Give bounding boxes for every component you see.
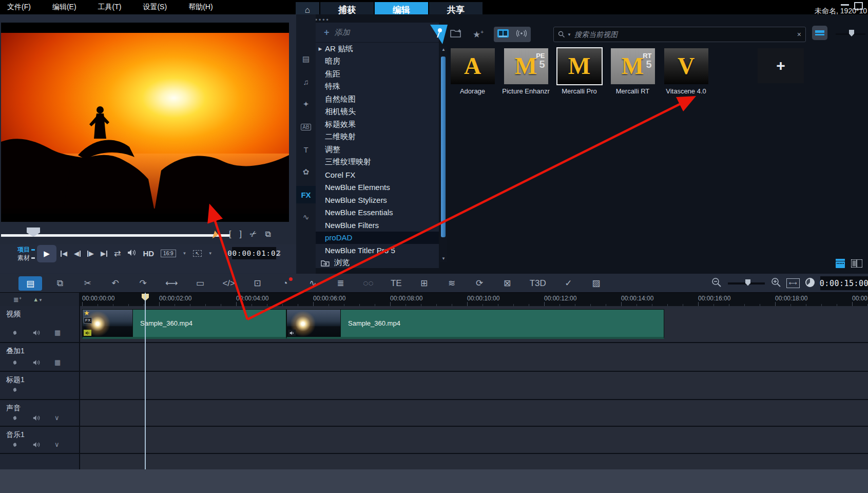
effect-thumbnail[interactable]: V [664,48,708,84]
track-header-title1[interactable]: 标题1 [0,372,80,385]
preview-timecode[interactable]: 00:00:01:02 [232,247,276,259]
effect-thumbnail[interactable]: M PE5 [504,48,548,84]
aspect-ratio-select[interactable]: 16:9 [161,250,176,257]
next-frame-button[interactable]: ▶ [87,250,94,257]
mosaic-button[interactable]: ▨ [591,278,602,289]
add-favorite-button[interactable]: ★+ [473,29,484,40]
zoom-out-icon[interactable] [711,277,722,290]
effect-item[interactable]: M Mercalli Pro [555,48,604,95]
scroll-down-icon[interactable]: ▼ [440,256,447,261]
timecode-stepper[interactable]: ▲▼ [278,247,281,259]
effect-item[interactable]: M PE5 Picture Enhanzr [501,48,550,95]
effect-thumbnail[interactable]: A [451,48,495,84]
timeline-zoom-slider[interactable] [728,282,765,285]
blend-button[interactable]: ◌◌ [363,278,374,289]
link-icon[interactable] [11,441,18,448]
tracker-button[interactable]: ⊠ [502,278,513,289]
track-transparency-icon[interactable]: ▦ [54,329,61,336]
cursor-tracking-button[interactable]: ↖ [193,250,201,257]
timeline-zoom-handle[interactable] [745,279,750,286]
library-panel-toggle[interactable] [833,259,845,270]
view-mode-button[interactable] [812,26,827,40]
mark-in-button[interactable]: [ [229,230,231,239]
category-item[interactable]: Corel FX [316,168,439,181]
category-item[interactable]: NewBlue Stylizers [316,194,439,206]
pin-flag-icon[interactable] [430,25,448,46]
transition-library-icon[interactable]: AB [296,118,316,136]
category-item[interactable]: 调整 [316,143,439,156]
crop-button[interactable]: ⊡ [252,278,263,289]
project-duration-icon[interactable] [805,277,815,290]
zoom-in-icon[interactable] [771,277,781,290]
show-video-toggle[interactable] [497,29,509,40]
filter-library-icon[interactable]: FX [296,186,316,203]
menu-item[interactable]: 编辑(E) [52,3,76,12]
go-start-button[interactable]: ◀ [61,250,67,257]
effect-thumbnail[interactable]: M [557,48,602,84]
minimize-button[interactable] [841,4,849,6]
expand-arrow-icon[interactable]: ▶ [316,46,325,51]
mute-track-icon[interactable] [33,415,40,421]
volume-envelope-icon[interactable]: ∨ [54,414,60,422]
subtitle-editor-button[interactable]: TE [391,278,402,289]
title-3d-button[interactable]: T3D [530,278,546,289]
copy-button[interactable]: ⧉ [54,278,65,289]
category-item[interactable]: ▶ AR 贴纸 [316,43,439,55]
track-header-video[interactable]: 视频 [0,306,80,319]
volume-envelope-icon[interactable]: ∨ [54,441,60,448]
effect-thumbnail[interactable]: M RT5 [611,48,655,84]
motion-tracking-button[interactable]: ⟳ [474,278,485,289]
timeline-playhead[interactable] [145,293,146,469]
track-manager-icon[interactable]: ≣+ [13,296,22,304]
search-options-icon[interactable]: ▼ [567,32,571,37]
scrollbar-thumb[interactable] [441,56,446,237]
link-icon[interactable] [11,329,18,336]
redo-button[interactable]: ↷ [138,278,148,289]
link-icon[interactable] [11,414,18,422]
overlay-library-icon[interactable]: ✿ [296,163,316,181]
split-clip-button[interactable]: ✂ [248,228,259,240]
effect-item[interactable]: V Vitascene 4.0 [662,48,710,95]
search-clear-icon[interactable]: × [797,30,801,39]
ripple-edit-icon[interactable]: ▲▼ [33,296,43,302]
audio-wave-button[interactable]: ∿ [307,278,318,289]
multi-trim-button[interactable]: ✂ [82,278,93,289]
mute-track-icon[interactable] [33,359,40,366]
clip-mode-toggle[interactable]: 素材 [17,254,35,262]
category-item[interactable]: 标题效果 [316,118,439,131]
loop-button[interactable]: ⇄ [114,249,121,258]
enlarge-preview-button[interactable]: ⧉ [265,230,271,239]
options-panel-toggle[interactable] [851,259,862,270]
menu-item[interactable]: 文件(F) [7,3,31,12]
category-scrollbar[interactable]: ▲ ▼ [440,46,447,262]
category-item[interactable]: 二维映射 [316,131,439,144]
menu-item[interactable]: 帮助(H) [188,3,213,12]
menu-item[interactable]: 设置(S) [143,3,167,12]
category-item[interactable]: NewBlue Filters [316,219,439,232]
track-header-voice[interactable]: 声音 [0,400,80,413]
audio-library-icon[interactable]: ♫ [296,73,316,90]
timeline-view-button[interactable]: ▤ [18,276,42,291]
prev-frame-button[interactable]: ◀ [74,250,81,257]
scroll-up-icon[interactable]: ▲ [440,47,447,52]
category-item[interactable]: NewBlue Essentials [316,206,439,219]
category-item[interactable]: 自然绘图 [316,93,439,106]
category-item[interactable]: 焦距 [316,68,439,81]
show-audio-toggle[interactable] [516,29,527,40]
timeline-clip[interactable]: ★ FX Sample_360.mp4 [82,309,286,339]
category-item[interactable]: 特殊 [316,81,439,93]
duration-button[interactable]: ▭ [195,278,205,289]
grid-button[interactable]: ⊞ [419,278,430,289]
hd-toggle[interactable]: HD [143,249,154,258]
aspect-dropdown-icon[interactable]: ▼ [183,251,187,256]
category-item[interactable]: NewBlue Elements [316,181,439,194]
track-header-music1[interactable]: 音乐1 [0,427,80,440]
mute-track-icon[interactable] [33,330,40,336]
go-end-button[interactable]: ▶ [101,250,107,257]
effect-item[interactable]: M RT5 Mercalli RT [608,48,657,95]
search-input[interactable] [573,30,795,39]
category-item[interactable]: 暗房 [316,55,439,68]
import-folder-button[interactable] [450,28,462,41]
split-adjust-button[interactable]: </> [222,278,235,289]
effect-item[interactable]: A Adorage [448,48,497,95]
